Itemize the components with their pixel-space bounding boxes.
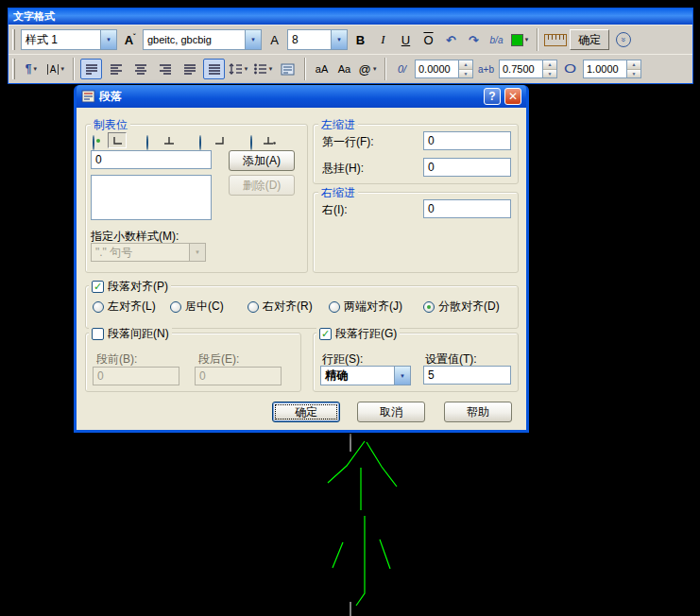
tab-decimal-radio[interactable] <box>250 135 252 150</box>
tab-stops-list[interactable] <box>91 175 212 220</box>
ok-toolbar-button[interactable]: 确定 <box>570 29 609 50</box>
align-justify-button[interactable] <box>179 59 200 79</box>
line-spacing-checkbox[interactable]: ✓ <box>319 328 332 340</box>
text-format-titlebar[interactable]: 文字格式 <box>9 9 692 25</box>
align-distribute-radio[interactable] <box>423 301 435 313</box>
tab-center-radio[interactable] <box>146 135 148 150</box>
add-tab-button[interactable]: 添加(A) <box>229 150 295 171</box>
right-indent-input[interactable]: 0 <box>423 199 511 218</box>
spin-down-icon: ▼ <box>459 70 472 78</box>
text-color-button[interactable]: ▼ <box>509 29 531 50</box>
align-left-button[interactable] <box>105 59 127 79</box>
symbol-button[interactable]: @ ▼ <box>357 59 379 79</box>
tab-right-radio[interactable] <box>199 135 201 150</box>
align-justify-radio[interactable] <box>329 301 340 313</box>
numbering-button[interactable]: ▼ <box>252 59 274 79</box>
overline-button[interactable]: O <box>418 29 438 50</box>
separator <box>384 58 386 80</box>
align-center-radio-item[interactable]: 居中(C) <box>170 299 224 315</box>
oblique-angle-spinner[interactable]: 0.0000 ▲▼ <box>415 60 473 78</box>
options-button[interactable]: » <box>612 29 634 50</box>
align-distribute-radio-item[interactable]: 分散对齐(D) <box>423 299 500 315</box>
size-combo[interactable]: 8 ▼ <box>287 29 348 50</box>
width-factor-value[interactable]: 1.0000 <box>584 60 626 77</box>
dialog-titlebar[interactable]: 段落 ? ✕ <box>77 85 526 108</box>
paragraph-options-button[interactable]: ¶ ▼ <box>21 59 43 79</box>
align-justify-icon <box>183 63 196 75</box>
dialog-title: 段落 <box>99 89 480 105</box>
toolbar-grip[interactable] <box>12 59 15 79</box>
bold-button[interactable]: B <box>350 29 370 50</box>
close-button[interactable]: ✕ <box>504 88 521 105</box>
align-distribute-button[interactable] <box>203 59 225 79</box>
spinner-arrows[interactable]: ▲▼ <box>542 60 556 77</box>
oblique-angle-value[interactable]: 0.0000 <box>416 60 458 77</box>
style-combo[interactable]: 样式 1 ▼ <box>21 29 117 50</box>
cad-stroke <box>328 441 365 483</box>
underline-button[interactable]: U <box>396 29 416 50</box>
chevron-down-icon[interactable]: ▼ <box>245 30 261 49</box>
alignment-checkbox-label[interactable]: ✓ 段落对齐(P) <box>89 279 171 295</box>
width-factor-spinner[interactable]: 1.0000 ▲▼ <box>583 60 641 78</box>
undo-icon[interactable]: ↶ <box>441 29 461 50</box>
stack-fraction-icon[interactable]: b/a <box>487 29 506 50</box>
right-label: 右(I): <box>322 202 348 218</box>
font-combo[interactable]: gbeitc, gbcbig ▼ <box>143 29 262 50</box>
align-left-radio[interactable] <box>93 301 104 313</box>
spin-down-icon: ▼ <box>627 70 640 78</box>
tab-decimal-icon <box>260 132 279 148</box>
hanging-input[interactable]: 0 <box>423 158 511 177</box>
line-spacing-checkbox-label[interactable]: ✓ 段落行距(G) <box>316 326 400 342</box>
decimal-style-combo: "." 句号 ▼ <box>91 243 206 262</box>
chevron-down-icon[interactable]: ▼ <box>100 30 116 49</box>
ruler-toggle-button[interactable] <box>544 29 567 50</box>
spacing-checkbox[interactable] <box>92 328 104 340</box>
tab-left-radio[interactable] <box>93 135 94 150</box>
columns-button[interactable]: A ▼ <box>45 59 67 79</box>
font-icon: Aˇ <box>120 29 140 50</box>
cad-stroke <box>367 442 397 487</box>
align-justify-radio-item[interactable]: 两端对齐(J) <box>329 299 402 315</box>
help-button[interactable]: 帮助 <box>444 402 512 422</box>
line-spacing-button[interactable]: ▼ <box>228 59 249 79</box>
paragraph-dialog-button[interactable] <box>80 59 102 79</box>
spacing-checkbox-label[interactable]: 段落间距(N) <box>89 326 172 342</box>
redo-icon[interactable]: ↷ <box>464 29 484 50</box>
delete-tab-button: 删除(D) <box>229 175 295 196</box>
right-indent-group-label: 右缩进 <box>318 185 358 201</box>
line-spacing-combo[interactable]: 精确 ▼ <box>320 366 411 385</box>
text-height-icon: A <box>265 29 284 50</box>
align-right-radio-item[interactable]: 右对齐(R) <box>248 299 313 315</box>
space-before-label: 段前(B): <box>96 351 137 368</box>
text-color-swatch <box>511 34 523 46</box>
align-right-button[interactable] <box>154 59 176 79</box>
help-titlebar-button[interactable]: ? <box>484 88 501 105</box>
cad-stroke <box>333 542 343 568</box>
first-line-input[interactable]: 0 <box>423 131 511 150</box>
toolbar-grip[interactable] <box>12 29 15 50</box>
alignment-checkbox[interactable]: ✓ <box>92 281 104 293</box>
line-spacing-icon <box>229 63 243 75</box>
tab-center-icon <box>160 132 179 148</box>
align-center-button[interactable] <box>129 59 151 79</box>
toolbar-row-2: ¶ ▼ A ▼ <box>9 54 692 83</box>
lowercase-button[interactable]: Aa <box>334 59 354 79</box>
cancel-button[interactable]: 取消 <box>357 402 425 422</box>
chevron-down-icon[interactable]: ▼ <box>394 367 410 385</box>
tab-position-input[interactable]: 0 <box>91 150 212 169</box>
spinner-arrows[interactable]: ▲▼ <box>458 60 472 77</box>
align-left-radio-item[interactable]: 左对齐(L) <box>93 299 156 315</box>
align-center-radio[interactable] <box>170 301 181 313</box>
tracking-spinner[interactable]: 0.7500 ▲▼ <box>499 60 557 78</box>
insert-field-button[interactable] <box>277 59 299 79</box>
uppercase-button[interactable]: aA <box>312 59 332 79</box>
ok-button[interactable]: 确定 <box>272 402 340 422</box>
oblique-angle-icon: 0/ <box>392 59 412 79</box>
align-right-radio[interactable] <box>248 301 259 313</box>
tracking-value[interactable]: 0.7500 <box>500 60 542 77</box>
chevron-down-icon[interactable]: ▼ <box>331 30 347 49</box>
spinner-arrows[interactable]: ▲▼ <box>626 60 640 77</box>
text-format-window: 文字格式 样式 1 ▼ Aˇ gbeitc, gbcbig ▼ A 8 ▼ B … <box>8 8 693 84</box>
italic-button[interactable]: I <box>373 29 393 50</box>
set-value-input[interactable]: 5 <box>423 366 511 385</box>
